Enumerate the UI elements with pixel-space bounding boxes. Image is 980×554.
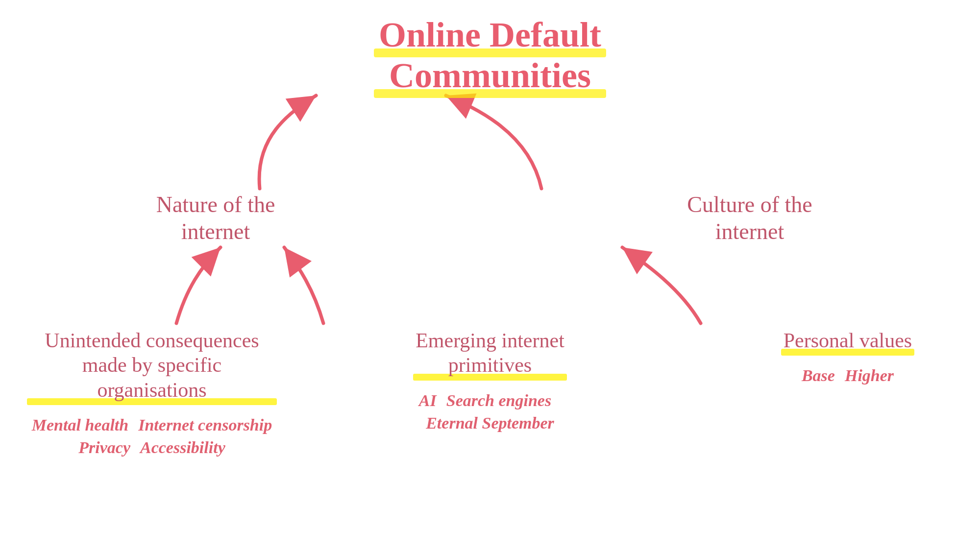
bottom-node-emerging: Emerging internetprimitives AI Search en… [397, 328, 583, 433]
sub-item-eternal-september: Eternal September [426, 414, 554, 433]
mid-node-culture: Culture of theinternet [657, 191, 843, 245]
sub-item-mental-health: Mental health [32, 416, 128, 434]
culture-label: Culture of theinternet [657, 191, 843, 245]
sub-item-privacy: Privacy [78, 438, 130, 457]
title-line1: Online Default [379, 15, 601, 55]
sub-item-ai: AI [419, 391, 437, 410]
personal-label: Personal values [784, 328, 912, 353]
mid-node-nature: Nature of theinternet [122, 191, 309, 245]
unintended-label: Unintended consequencesmade by specific … [29, 328, 274, 402]
bottom-node-unintended: Unintended consequencesmade by specific … [29, 328, 274, 457]
sub-item-internet-censorship: Internet censorship [138, 416, 272, 434]
sub-item-accessibility: Accessibility [140, 438, 225, 457]
top-node: Online Default Communities [368, 15, 612, 96]
sub-item-base: Base [802, 366, 835, 385]
title-line2: Communities [379, 55, 601, 96]
emerging-label: Emerging internetprimitives [416, 328, 564, 378]
sub-item-search-engines: Search engines [446, 391, 551, 410]
personal-sub-items: Base Higher [764, 366, 931, 385]
unintended-sub-items: Mental health Internet censorship Privac… [29, 416, 274, 457]
main-title: Online Default Communities [379, 15, 601, 96]
sub-item-higher: Higher [845, 366, 894, 385]
emerging-sub-items: AI Search engines Eternal September [397, 391, 583, 433]
bottom-node-personal: Personal values Base Higher [764, 328, 931, 385]
nature-label: Nature of theinternet [122, 191, 309, 245]
diagram-container: Online Default Communities Nature of the… [0, 0, 980, 554]
